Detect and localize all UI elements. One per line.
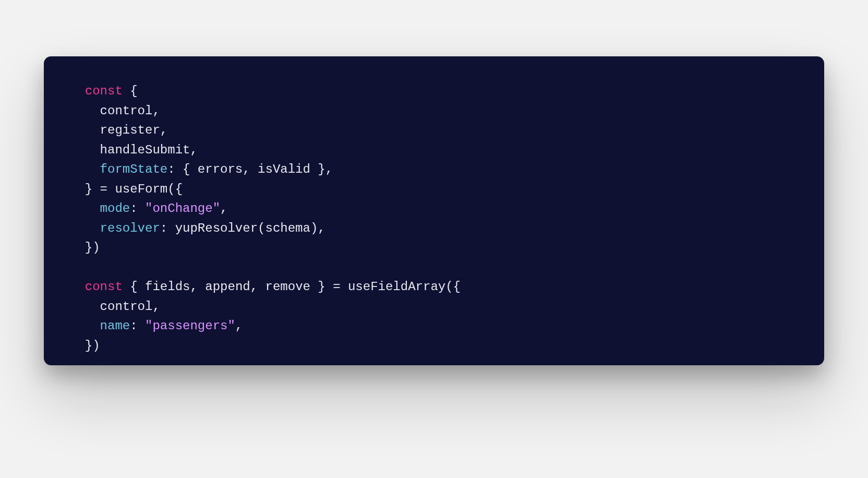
keyword-const: const — [85, 84, 123, 98]
keyword-const: const — [85, 280, 123, 294]
colon: : — [160, 221, 175, 235]
line-name: name: "passengers", — [70, 319, 243, 333]
identifier-remove: remove — [266, 280, 310, 294]
colon: : — [167, 162, 175, 176]
brace-open: { — [123, 84, 138, 98]
colon: : — [130, 201, 145, 216]
brace-open: { — [175, 162, 198, 176]
identifier-errors: errors — [198, 162, 243, 176]
colon: : — [130, 319, 145, 333]
line-resolver: resolver: yupResolver(schema), — [70, 221, 326, 235]
comma: , — [235, 319, 243, 333]
fn-useFieldArray: useFieldArray — [348, 280, 445, 294]
comma: , — [243, 162, 258, 176]
comma: , — [220, 201, 227, 216]
code-card: const { control, register, handleSubmit,… — [44, 56, 824, 365]
line: const { — [70, 84, 138, 98]
brace-open: { — [123, 280, 145, 294]
string-onChange: "onChange" — [145, 201, 220, 216]
property-mode: mode — [100, 201, 130, 216]
identifier-append: append — [205, 280, 250, 294]
code-block: const { control, register, handleSubmit,… — [70, 81, 798, 355]
fn-yupResolver: yupResolver — [175, 221, 258, 235]
paren-open: ({ — [167, 182, 183, 196]
identifier-isValid: isValid — [258, 162, 310, 176]
identifier-schema: schema — [265, 221, 310, 235]
line-mode: mode: "onChange", — [70, 201, 227, 216]
close-usefieldarray: }) — [70, 339, 100, 353]
comma: , — [190, 280, 205, 294]
identifier-fields: fields — [145, 280, 190, 294]
paren-open: ( — [258, 221, 265, 235]
brace-close: } = — [310, 280, 348, 294]
identifier-register: register, — [70, 123, 167, 137]
identifier-handleSubmit: handleSubmit, — [70, 143, 198, 157]
identifier-control: control, — [70, 104, 160, 118]
paren-open: ({ — [445, 280, 461, 294]
line-useform: } = useForm({ — [70, 182, 183, 196]
close-and-equals: } = — [70, 182, 115, 196]
string-passengers: "passengers" — [145, 319, 235, 333]
property-name: name — [100, 319, 130, 333]
fn-useForm: useForm — [115, 182, 167, 196]
brace-close: }, — [310, 162, 333, 176]
line: const { fields, append, remove } = useFi… — [70, 280, 461, 294]
close-useform: }) — [70, 241, 100, 255]
property-formState: formState — [100, 162, 168, 176]
paren-close: ), — [310, 221, 326, 235]
comma: , — [250, 280, 266, 294]
property-resolver: resolver — [100, 221, 160, 235]
line-formstate: formState: { errors, isValid }, — [70, 162, 333, 176]
identifier-control: control, — [70, 300, 160, 314]
